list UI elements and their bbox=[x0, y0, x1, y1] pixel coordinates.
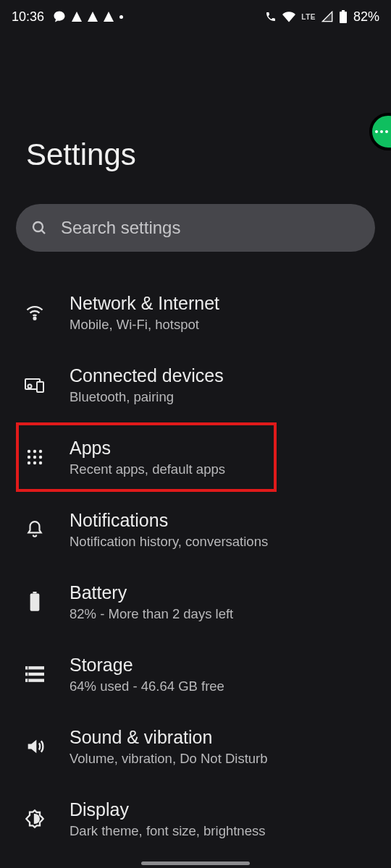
item-subtitle: 82% - More than 2 days left bbox=[70, 606, 233, 622]
svg-point-4 bbox=[34, 318, 36, 320]
item-subtitle: Mobile, Wi-Fi, hotspot bbox=[70, 317, 219, 333]
storage-icon bbox=[20, 665, 49, 683]
wifi-icon bbox=[282, 10, 295, 23]
battery-icon bbox=[339, 10, 348, 23]
svg-rect-26 bbox=[25, 673, 28, 676]
apps-grid-icon bbox=[20, 448, 49, 466]
item-title: Battery bbox=[70, 582, 233, 603]
svg-point-8 bbox=[28, 450, 30, 453]
settings-item-notifications[interactable]: Notifications Notification history, conv… bbox=[0, 493, 391, 566]
settings-item-devices[interactable]: Connected devices Bluetooth, pairing bbox=[0, 349, 391, 421]
svg-point-12 bbox=[33, 456, 36, 459]
status-right: LTE 82% bbox=[265, 9, 379, 25]
svg-rect-17 bbox=[33, 592, 36, 594]
notification-icon-2 bbox=[88, 12, 98, 22]
item-subtitle: 64% used - 46.64 GB free bbox=[70, 678, 224, 694]
status-bar: 10:36 LTE 82% bbox=[0, 0, 391, 29]
devices-icon bbox=[20, 375, 49, 395]
notification-icon-1 bbox=[72, 12, 82, 22]
search-input[interactable]: Search settings bbox=[16, 204, 375, 252]
item-subtitle: Dark theme, font size, brightness bbox=[70, 823, 265, 839]
more-icon bbox=[375, 130, 388, 133]
svg-point-2 bbox=[33, 222, 43, 231]
svg-rect-25 bbox=[25, 666, 28, 669]
volume-icon bbox=[20, 736, 49, 757]
search-icon bbox=[30, 219, 48, 237]
settings-item-display[interactable]: Display Dark theme, font size, brightnes… bbox=[0, 783, 391, 855]
item-subtitle: Bluetooth, pairing bbox=[70, 389, 224, 405]
status-left: 10:36 bbox=[12, 9, 123, 25]
chat-bubble-icon bbox=[53, 10, 66, 23]
item-title: Display bbox=[70, 799, 265, 820]
item-title: Network & Internet bbox=[70, 293, 219, 314]
settings-list: Network & Internet Mobile, Wi-Fi, hotspo… bbox=[0, 276, 391, 855]
brightness-icon bbox=[20, 809, 49, 829]
svg-point-14 bbox=[28, 461, 30, 464]
item-subtitle: Notification history, conversations bbox=[70, 534, 268, 550]
item-title: Sound & vibration bbox=[70, 727, 268, 748]
settings-item-battery[interactable]: Battery 82% - More than 2 days left bbox=[0, 566, 391, 638]
svg-point-7 bbox=[28, 385, 32, 388]
svg-point-9 bbox=[33, 450, 36, 453]
svg-point-16 bbox=[39, 461, 42, 464]
item-title: Connected devices bbox=[70, 365, 224, 386]
item-subtitle: Volume, vibration, Do Not Disturb bbox=[70, 751, 268, 767]
svg-rect-6 bbox=[37, 382, 43, 392]
more-notifications-dot-icon bbox=[119, 15, 123, 19]
settings-item-network[interactable]: Network & Internet Mobile, Wi-Fi, hotspo… bbox=[0, 276, 391, 349]
svg-line-3 bbox=[41, 230, 45, 234]
wifi-calling-icon bbox=[265, 11, 277, 22]
page-title: Settings bbox=[0, 29, 391, 172]
bell-icon bbox=[20, 520, 49, 539]
settings-item-sound[interactable]: Sound & vibration Volume, vibration, Do … bbox=[0, 710, 391, 783]
item-title: Storage bbox=[70, 655, 224, 676]
item-title: Apps bbox=[70, 438, 225, 459]
svg-point-10 bbox=[39, 450, 42, 453]
battery-percent: 82% bbox=[353, 9, 379, 25]
item-title: Notifications bbox=[70, 510, 268, 531]
svg-point-11 bbox=[28, 456, 30, 459]
search-placeholder: Search settings bbox=[61, 218, 180, 238]
svg-rect-18 bbox=[30, 594, 40, 611]
wifi-icon bbox=[20, 302, 49, 323]
svg-point-13 bbox=[39, 456, 42, 459]
svg-rect-27 bbox=[25, 679, 28, 682]
navigation-handle[interactable] bbox=[141, 861, 250, 865]
signal-icon bbox=[321, 11, 333, 22]
status-time: 10:36 bbox=[12, 9, 44, 25]
svg-rect-0 bbox=[342, 10, 345, 12]
settings-item-storage[interactable]: Storage 64% used - 46.64 GB free bbox=[0, 638, 391, 710]
svg-rect-1 bbox=[340, 12, 347, 23]
svg-point-15 bbox=[33, 461, 36, 464]
settings-item-apps[interactable]: Apps Recent apps, default apps bbox=[0, 421, 391, 493]
battery-icon bbox=[20, 592, 49, 612]
notification-icon-3 bbox=[104, 12, 114, 22]
item-subtitle: Recent apps, default apps bbox=[70, 461, 225, 477]
network-type-label: LTE bbox=[301, 13, 316, 21]
